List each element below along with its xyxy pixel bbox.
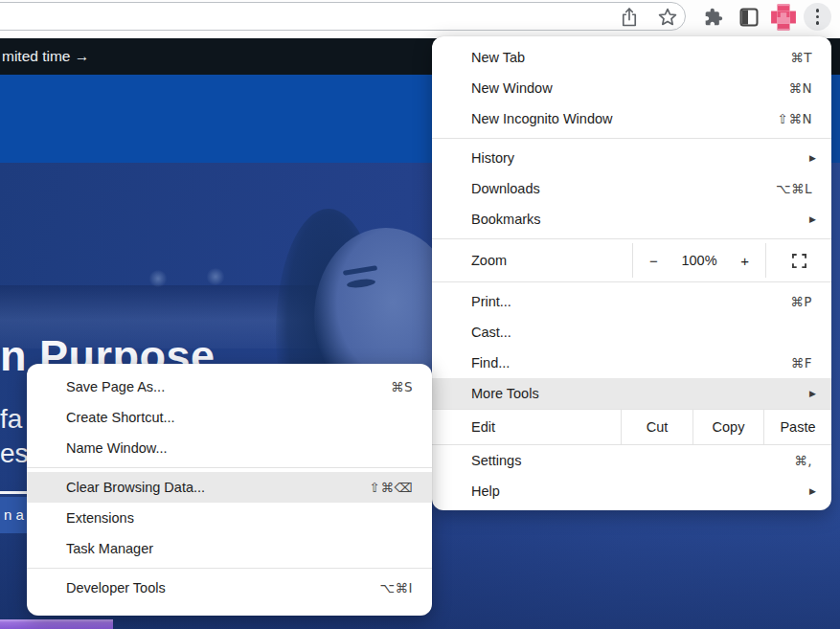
- menu-item-label: Find...: [471, 355, 791, 371]
- menu-item-new-window[interactable]: New Window⌘N: [432, 73, 831, 103]
- menu-item-label: Settings: [471, 453, 794, 468]
- menu-item-extensions[interactable]: Extensions: [27, 503, 432, 533]
- zoom-label: Zoom: [432, 243, 632, 278]
- zoom-level-value: 100%: [681, 253, 716, 268]
- more-tools-submenu: Save Page As...⌘SCreate Shortcut...Name …: [27, 364, 432, 616]
- menu-item-developer-tools[interactable]: Developer Tools⌥⌘I: [27, 573, 432, 603]
- zoom-controls: −100%+: [632, 243, 765, 278]
- menu-item-label: Developer Tools: [66, 580, 379, 595]
- menu-item-label: New Incognito Window: [471, 111, 778, 126]
- menu-item-label: Downloads: [471, 181, 776, 196]
- hero-text-line-3: es: [0, 438, 29, 469]
- cut-button[interactable]: Cut: [621, 410, 692, 444]
- menu-item-shortcut: ⌥⌘I: [379, 580, 413, 595]
- menu-item-save-page-as[interactable]: Save Page As...⌘S: [27, 371, 432, 402]
- zoom-out-button[interactable]: −: [647, 253, 660, 269]
- menu-item-print[interactable]: Print...⌘P: [432, 286, 831, 317]
- menu-item-label: New Window: [471, 80, 788, 96]
- purple-accent-bar: [0, 619, 113, 629]
- menu-item-label: History: [471, 150, 809, 166]
- menu-separator: [432, 281, 831, 282]
- menu-separator: [432, 138, 831, 139]
- menu-item-shortcut: ⌘T: [790, 50, 812, 65]
- edit-label: Edit: [432, 410, 621, 444]
- menu-item-zoom: Zoom−100%+: [432, 243, 831, 278]
- menu-item-clear-browsing-data[interactable]: Clear Browsing Data...⇧⌘⌫: [27, 472, 432, 503]
- hero-text-line-2: fa: [0, 404, 22, 435]
- submenu-arrow-icon: ▶: [809, 486, 816, 496]
- menu-item-task-manager[interactable]: Task Manager: [27, 533, 432, 564]
- menu-item-shortcut: ⌘P: [790, 294, 812, 309]
- photo-light-dot: [148, 270, 168, 287]
- menu-item-name-window[interactable]: Name Window...: [27, 433, 432, 463]
- menu-item-cast[interactable]: Cast...: [432, 317, 831, 348]
- fullscreen-button[interactable]: [765, 243, 831, 278]
- menu-separator: [432, 238, 831, 239]
- menu-item-label: More Tools: [471, 386, 809, 401]
- submenu-arrow-icon: ▶: [809, 153, 816, 163]
- menu-item-shortcut: ⌘N: [788, 80, 812, 96]
- menu-item-new-incognito-window[interactable]: New Incognito Window⇧⌘N: [432, 103, 831, 134]
- menu-item-label: Save Page As...: [66, 379, 391, 394]
- menu-separator: [27, 467, 432, 468]
- share-icon[interactable]: [619, 6, 640, 29]
- menu-dots-icon[interactable]: [804, 3, 831, 31]
- promo-banner-text: mited time →: [2, 48, 89, 64]
- menu-item-label: Cast...: [471, 325, 812, 340]
- menu-item-shortcut: ⇧⌘N: [778, 111, 812, 126]
- menu-item-label: New Tab: [471, 50, 790, 65]
- copy-button[interactable]: Copy: [692, 410, 763, 444]
- menu-item-shortcut: ⇧⌘⌫: [370, 480, 413, 495]
- address-bar[interactable]: [0, 2, 686, 31]
- menu-item-help[interactable]: Help▶: [432, 476, 831, 506]
- menu-item-label: Clear Browsing Data...: [66, 480, 370, 495]
- menu-item-create-shortcut[interactable]: Create Shortcut...: [27, 402, 432, 433]
- menu-item-settings[interactable]: Settings⌘,: [432, 445, 831, 476]
- submenu-arrow-icon: ▶: [809, 389, 816, 398]
- menu-item-label: Help: [471, 483, 809, 499]
- menu-item-label: Print...: [471, 294, 790, 309]
- menu-item-label: Name Window...: [66, 440, 413, 456]
- side-panel-icon[interactable]: [738, 7, 760, 28]
- paste-button[interactable]: Paste: [763, 410, 831, 444]
- menu-item-shortcut: ⌘,: [794, 453, 812, 468]
- extensions-puzzle-icon[interactable]: [703, 7, 724, 28]
- browser-window: mited time → n Purpose fa es n a w: [0, 0, 840, 629]
- submenu-arrow-icon: ▶: [809, 214, 816, 224]
- menu-item-label: Bookmarks: [471, 212, 809, 227]
- zoom-in-button[interactable]: +: [738, 253, 751, 269]
- menu-item-new-tab[interactable]: New Tab⌘T: [432, 42, 831, 73]
- menu-item-label: Extensions: [66, 510, 413, 526]
- menu-item-history[interactable]: History▶: [432, 143, 831, 173]
- menu-item-shortcut: ⌘S: [391, 379, 413, 394]
- menu-item-more-tools[interactable]: More Tools▶: [432, 378, 831, 409]
- menu-item-shortcut: ⌥⌘L: [776, 181, 812, 196]
- browser-toolbar: [0, 0, 840, 38]
- menu-item-edit: EditCutCopyPaste: [432, 409, 831, 445]
- bookmark-star-icon[interactable]: [655, 5, 680, 30]
- menu-item-shortcut: ⌘F: [791, 355, 812, 371]
- menu-item-label: Task Manager: [66, 541, 413, 556]
- menu-item-label: Create Shortcut...: [66, 410, 413, 425]
- menu-item-find[interactable]: Find...⌘F: [432, 348, 831, 378]
- photo-light-dot: [206, 268, 225, 285]
- menu-item-bookmarks[interactable]: Bookmarks▶: [432, 204, 831, 235]
- menu-separator: [27, 568, 432, 569]
- chrome-menu: New Tab⌘TNew Window⌘NNew Incognito Windo…: [432, 36, 831, 510]
- pink-extension-icon[interactable]: [770, 3, 797, 32]
- menu-item-downloads[interactable]: Downloads⌥⌘L: [432, 173, 831, 204]
